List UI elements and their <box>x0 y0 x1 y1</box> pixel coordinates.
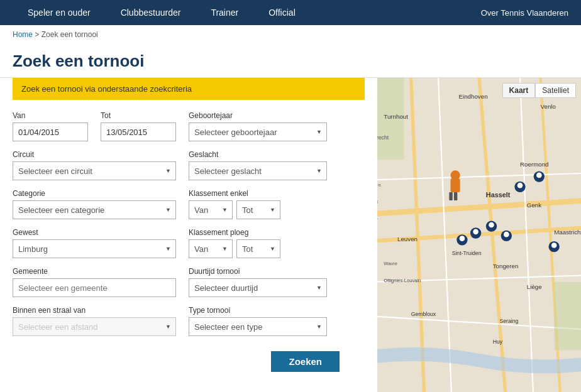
type-group: Type tornooi Selecteer een type <box>189 306 327 336</box>
svg-text:Venlo: Venlo <box>541 103 556 110</box>
straal-group: Binnen een straal van Selecteer een afst… <box>13 306 176 336</box>
button-row: Zoeken <box>13 345 365 372</box>
gewest-select[interactable]: Limburg <box>13 239 176 258</box>
nav-clubbestuurder[interactable]: Clubbestuurder <box>106 0 196 25</box>
nav-items: Speler en ouder Clubbestuurder Trainer O… <box>13 0 481 25</box>
categorie-select[interactable]: Selecteer een categorie <box>13 200 176 219</box>
map-pin-6[interactable] <box>501 231 512 241</box>
zoeken-button[interactable]: Zoeken <box>271 351 340 372</box>
svg-text:Leuven: Leuven <box>397 236 418 242</box>
svg-text:Genk: Genk <box>527 202 541 209</box>
duurtijd-select[interactable]: Selecteer duurtijd <box>189 278 327 297</box>
nav-official[interactable]: Official <box>253 0 311 25</box>
svg-text:Seraing: Seraing <box>500 318 519 324</box>
satelliet-button[interactable]: Satelliet <box>535 83 576 98</box>
map-svg: Turnhout Eindhoven Venlo Roermond Hassel… <box>377 78 581 392</box>
page-title: Zoek een tornooi <box>13 52 568 71</box>
tot-input[interactable] <box>101 122 176 141</box>
geboortejaar-wrapper: Selecteer geboortejaar <box>189 122 327 141</box>
svg-text:Tongeren: Tongeren <box>493 263 519 270</box>
type-label: Type tornooi <box>189 306 327 315</box>
top-nav: Speler en ouder Clubbestuurder Trainer O… <box>0 0 581 25</box>
map-pin-2[interactable] <box>534 171 545 182</box>
klassement-enkel-row: Van Tot <box>189 200 280 219</box>
map-pin-7[interactable] <box>549 241 560 252</box>
duurtijd-wrapper: Selecteer duurtijd <box>189 278 327 297</box>
svg-text:Liège: Liège <box>527 283 542 290</box>
svg-text:Roermond: Roermond <box>520 161 549 168</box>
geslacht-select[interactable]: Selecteer geslacht <box>189 161 327 180</box>
search-banner: Zoek een tornooi via onderstaande zoekcr… <box>13 78 365 100</box>
breadcrumb: Home > Zoek een tornooi <box>0 25 581 44</box>
svg-rect-57 <box>454 192 457 200</box>
circuit-select[interactable]: Selecteer een circuit <box>13 161 176 180</box>
kl-ploeg-van-select[interactable]: Van <box>189 239 233 258</box>
svg-point-41 <box>489 222 494 228</box>
klassement-ploeg-group: Klassement ploeg Van Tot <box>189 228 280 258</box>
kl-enkel-tot-select[interactable]: Tot <box>236 200 280 219</box>
form-row-5: Gemeente Duurtijd tornooi Selecteer duur… <box>13 267 365 297</box>
kl-enkel-van-select[interactable]: Van <box>189 200 233 219</box>
svg-rect-12 <box>554 282 581 350</box>
svg-text:Sint-Truiden: Sint-Truiden <box>452 250 482 256</box>
map-panel: Kaart Satelliet Turnhout E <box>377 78 581 392</box>
breadcrumb-separator: > <box>35 30 41 39</box>
categorie-group: Categorie Selecteer een categorie <box>13 189 176 219</box>
nav-over[interactable]: Over Tennis Vlaanderen <box>481 8 568 18</box>
svg-rect-54 <box>451 178 460 192</box>
geslacht-label: Geslacht <box>189 150 327 159</box>
svg-point-50 <box>504 232 509 237</box>
svg-point-47 <box>460 236 465 241</box>
tot-group: Tot <box>101 111 176 141</box>
kaart-button[interactable]: Kaart <box>502 83 536 98</box>
svg-point-53 <box>551 242 557 248</box>
form-panel: Zoek een tornooi via onderstaande zoekcr… <box>0 78 377 392</box>
tot-label: Tot <box>101 111 176 120</box>
svg-rect-56 <box>449 192 452 200</box>
gemeente-input[interactable] <box>13 278 176 297</box>
svg-text:Hasselt: Hasselt <box>486 191 511 199</box>
map-controls: Kaart Satelliet <box>502 83 576 98</box>
svg-text:Ottignies-Louvain: Ottignies-Louvain <box>384 278 421 283</box>
form-row-2: Circuit Selecteer een circuit Geslacht S… <box>13 150 365 180</box>
map-pin-1[interactable] <box>514 182 525 192</box>
svg-point-44 <box>473 229 479 235</box>
geslacht-group: Geslacht Selecteer geslacht <box>189 150 327 180</box>
page-title-section: Zoek een tornooi <box>0 44 581 78</box>
gemeente-group: Gemeente <box>13 267 176 297</box>
circuit-wrapper: Selecteer een circuit <box>13 161 176 180</box>
duurtijd-label: Duurtijd tornooi <box>189 267 327 276</box>
map-pin-3[interactable] <box>486 221 497 232</box>
svg-text:Eindhoven: Eindhoven <box>459 93 488 100</box>
klassement-ploeg-row: Van Tot <box>189 239 280 258</box>
categorie-wrapper: Selecteer een categorie <box>13 200 176 219</box>
map-pin-5[interactable] <box>456 234 467 245</box>
map-pin-4[interactable] <box>470 227 481 238</box>
svg-text:Wavre: Wavre <box>384 261 397 266</box>
geboortejaar-select[interactable]: Selecteer geboortejaar <box>189 122 327 141</box>
form-row-1: Van Tot Geboortejaar Selecteer geboortej… <box>13 111 365 141</box>
circuit-label: Circuit <box>13 150 176 159</box>
svg-text:Turnhout: Turnhout <box>384 113 408 120</box>
breadcrumb-home[interactable]: Home <box>13 30 33 39</box>
nav-speler-ouder[interactable]: Speler en ouder <box>13 0 106 25</box>
kl-van-wrapper: Van <box>189 200 233 219</box>
klassement-enkel-group: Klassement enkel Van Tot <box>189 189 280 219</box>
svg-text:Huy: Huy <box>493 339 503 345</box>
gewest-label: Gewest <box>13 228 176 237</box>
straal-select[interactable]: Selecteer een afstand <box>13 317 176 336</box>
form-row-4: Gewest Limburg Klassement ploeg Van <box>13 228 365 258</box>
type-select[interactable]: Selecteer een type <box>189 317 327 336</box>
categorie-label: Categorie <box>13 189 176 198</box>
svg-text:ap+n: ap+n <box>377 182 381 188</box>
geboortejaar-label: Geboortejaar <box>189 111 327 120</box>
kl-ploeg-tot-select[interactable]: Tot <box>236 239 280 258</box>
circuit-group: Circuit Selecteer een circuit <box>13 150 176 180</box>
van-input[interactable] <box>13 122 88 141</box>
form-row-3: Categorie Selecteer een categorie Klasse… <box>13 189 365 219</box>
van-label: Van <box>13 111 88 120</box>
form-row-6: Binnen een straal van Selecteer een afst… <box>13 306 365 336</box>
nav-trainer[interactable]: Trainer <box>196 0 253 25</box>
kl-tot-wrapper: Tot <box>236 200 280 219</box>
duurtijd-group: Duurtijd tornooi Selecteer duurtijd <box>189 267 327 297</box>
